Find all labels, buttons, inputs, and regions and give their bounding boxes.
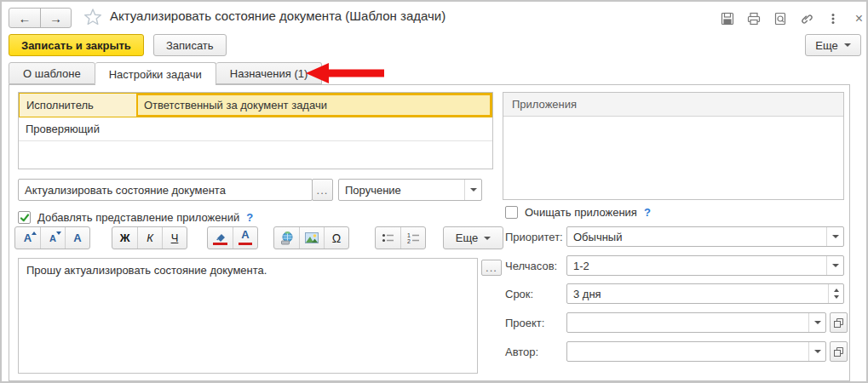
underline-button[interactable]: Ч <box>162 227 187 249</box>
open-icon <box>834 318 843 328</box>
favorite-star-icon[interactable] <box>83 8 102 29</box>
role-value-cell[interactable]: Ответственный за документ задачи <box>136 94 491 117</box>
caret-down-icon <box>56 232 61 235</box>
attachments-panel: Приложения <box>503 92 844 200</box>
role-cell[interactable]: Исполнитель <box>20 94 136 117</box>
task-type-value: Поручение <box>339 180 464 200</box>
project-select[interactable] <box>566 312 826 333</box>
roles-table: Исполнитель Ответственный за документ за… <box>18 92 493 169</box>
link-icon[interactable] <box>799 11 813 26</box>
subject-input[interactable]: Актуализировать состояние документа <box>18 179 313 201</box>
chevron-down-icon[interactable] <box>808 313 825 332</box>
clear-attachments-label: Очищать приложения <box>525 206 637 219</box>
author-open-button[interactable] <box>830 341 848 362</box>
save-and-close-button[interactable]: Записать и закрыть <box>9 34 144 56</box>
font-decrease-button[interactable]: А <box>40 227 65 249</box>
term-spinbox[interactable]: 3 дня <box>566 283 844 304</box>
chevron-down-icon[interactable] <box>826 256 843 275</box>
tab-task-settings[interactable]: Настройки задачи <box>95 62 216 85</box>
priority-label: Приоритет: <box>505 231 565 243</box>
term-value: 3 дня <box>567 284 828 303</box>
font-glyph: А <box>73 232 81 244</box>
kebab-menu-icon[interactable] <box>825 11 840 26</box>
add-attachments-label: Добавлять представление приложений <box>37 211 239 224</box>
manhours-select[interactable]: 1-2 <box>566 255 844 276</box>
priority-select[interactable]: Обычный <box>566 226 844 247</box>
font-color-button[interactable]: А <box>233 227 257 249</box>
task-template-window: ← → Актуализировать состояние документа … <box>0 0 868 383</box>
table-row[interactable]: Исполнитель Ответственный за документ за… <box>19 93 492 117</box>
chevron-down-icon[interactable] <box>464 180 481 200</box>
highlight-color-bar <box>213 243 227 245</box>
italic-glyph: К <box>147 232 153 244</box>
caret-up-icon <box>32 232 37 235</box>
bold-glyph: Ж <box>120 232 130 244</box>
project-value <box>567 313 808 332</box>
task-type-select[interactable]: Поручение <box>338 179 482 201</box>
font-increase-glyph: А <box>24 232 32 244</box>
more-button-top[interactable]: Еще <box>805 34 861 56</box>
role-cell[interactable]: Проверяющий <box>26 123 100 135</box>
close-icon[interactable]: × <box>852 11 866 26</box>
attachments-empty-list[interactable] <box>503 117 843 199</box>
help-link[interactable]: ? <box>644 206 651 219</box>
author-value <box>567 342 808 361</box>
term-spinner[interactable] <box>828 284 843 303</box>
spin-down-icon[interactable] <box>834 295 839 299</box>
task-description-editor[interactable]: Прошу актуализировать состояние документ… <box>18 258 478 374</box>
more-label: Еще <box>456 232 478 244</box>
bold-button[interactable]: Ж <box>112 227 137 249</box>
more-label: Еще <box>815 39 837 52</box>
insert-symbol-button[interactable]: Ω <box>324 227 348 249</box>
chevron-down-icon[interactable] <box>808 342 825 361</box>
highlight-color-button[interactable] <box>208 227 233 249</box>
spin-up-icon[interactable] <box>834 289 839 292</box>
manhours-label: Челчасов: <box>505 260 565 272</box>
table-row[interactable]: Проверяющий <box>19 117 492 141</box>
forward-button[interactable]: → <box>40 9 71 27</box>
tab-bar: О шаблоне Настройки задачи Назначения (1… <box>9 62 322 85</box>
font-increase-button[interactable]: А <box>15 227 40 249</box>
insert-image-button[interactable] <box>299 227 324 249</box>
numbered-list-icon: 1 2 <box>407 232 420 243</box>
project-open-button[interactable] <box>830 312 848 333</box>
save-icon[interactable] <box>720 11 734 26</box>
save-button[interactable]: Записать <box>153 34 227 56</box>
project-label: Проект: <box>505 317 565 329</box>
tab-content-task-settings: Исполнитель Ответственный за документ за… <box>9 84 850 381</box>
editor-more-button[interactable]: Еще <box>443 226 503 249</box>
chevron-down-icon <box>844 43 851 47</box>
omega-glyph: Ω <box>332 232 341 245</box>
image-icon <box>305 232 319 243</box>
hyperlink-button[interactable] <box>274 227 299 249</box>
author-select[interactable] <box>566 341 826 362</box>
bulleted-list-button[interactable] <box>376 227 400 249</box>
svg-text:2: 2 <box>407 238 411 243</box>
paint-bucket-icon <box>215 233 227 243</box>
font-button[interactable]: А <box>65 227 89 249</box>
clear-attachments-checkbox[interactable] <box>505 206 518 219</box>
subject-choose-button[interactable]: ... <box>312 179 333 201</box>
back-button[interactable]: ← <box>9 9 40 27</box>
term-label: Срок: <box>505 288 565 300</box>
open-icon <box>834 347 843 357</box>
add-attachments-checkbox[interactable] <box>18 211 31 224</box>
numbered-list-button[interactable]: 1 2 <box>400 227 425 249</box>
print-icon[interactable] <box>746 11 761 26</box>
italic-button[interactable]: К <box>137 227 162 249</box>
bulleted-list-icon <box>382 232 394 243</box>
manhours-value: 1-2 <box>567 256 826 275</box>
red-annotation-arrow <box>306 62 384 87</box>
tab-about-template[interactable]: О шаблоне <box>9 62 95 84</box>
editor-expand-button[interactable]: ... <box>481 260 502 276</box>
preview-icon[interactable] <box>773 11 787 26</box>
window-title: Актуализировать состояние документа (Шаб… <box>110 9 445 23</box>
help-link[interactable]: ? <box>246 211 253 224</box>
underline-glyph: Ч <box>171 232 179 244</box>
font-color-bar <box>239 243 252 245</box>
chevron-down-icon[interactable] <box>826 227 843 246</box>
priority-value: Обычный <box>567 227 826 246</box>
history-nav: ← → <box>9 8 72 28</box>
globe-link-icon <box>280 232 294 245</box>
svg-text:1: 1 <box>407 232 411 238</box>
